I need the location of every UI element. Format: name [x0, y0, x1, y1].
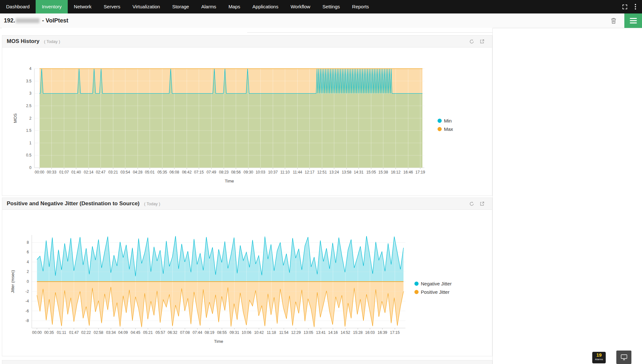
svg-text:03:54: 03:54: [120, 170, 130, 174]
max-legend-dot: [438, 127, 442, 131]
legend-item-min[interactable]: Min: [438, 118, 453, 123]
svg-text:Time: Time: [225, 179, 234, 183]
refresh-icon[interactable]: [469, 201, 474, 206]
svg-text:1.5: 1.5: [26, 128, 31, 133]
svg-text:00:35: 00:35: [44, 330, 54, 335]
nav-item-servers[interactable]: Servers: [98, 0, 126, 13]
svg-text:01:47: 01:47: [69, 330, 79, 335]
top-nav: Dashboard Inventory Network Servers Virt…: [0, 0, 642, 13]
nav-item-reports[interactable]: Reports: [346, 0, 375, 13]
panel-header: MOS History ( Today ): [2, 36, 492, 47]
svg-text:15:05: 15:05: [366, 170, 376, 174]
content-area: MOS History ( Today ) 00.511.522.533.540…: [2, 28, 493, 364]
nav-item-settings[interactable]: Settings: [317, 0, 346, 13]
hamburger-menu-icon[interactable]: [624, 13, 642, 28]
svg-text:12:17: 12:17: [305, 170, 314, 174]
mos-history-chart-body: 00.511.522.533.5400:0000:3301:0701:4002:…: [2, 47, 492, 196]
svg-text:03:34: 03:34: [106, 330, 116, 335]
svg-text:04:45: 04:45: [131, 330, 140, 335]
panel-period: ( Today ): [44, 39, 60, 44]
svg-text:13:58: 13:58: [342, 170, 351, 174]
svg-text:1: 1: [29, 141, 31, 145]
svg-text:4: 4: [27, 260, 29, 264]
refresh-icon[interactable]: [469, 39, 474, 44]
mos-history-chart[interactable]: 00.511.522.533.5400:0000:3301:0701:4002:…: [2, 47, 490, 189]
legend-item-max[interactable]: Max: [438, 126, 453, 132]
svg-text:12:29: 12:29: [291, 330, 301, 335]
nav-item-inventory[interactable]: Inventory: [36, 0, 68, 13]
svg-text:08:56: 08:56: [231, 170, 241, 174]
legend-item-negative-jitter[interactable]: Negative Jitter: [414, 281, 452, 286]
panel-title: Positive and Negative Jitter (Destinatio…: [7, 200, 140, 207]
nav-item-alarms[interactable]: Alarms: [195, 0, 222, 13]
svg-text:05:35: 05:35: [157, 170, 167, 174]
svg-text:05:57: 05:57: [156, 330, 165, 335]
svg-text:06:32: 06:32: [168, 330, 177, 335]
alarm-count: 19: [592, 352, 606, 358]
svg-text:04:28: 04:28: [133, 170, 143, 174]
svg-text:-2: -2: [25, 289, 29, 294]
svg-text:10:06: 10:06: [242, 330, 251, 335]
svg-text:11:54: 11:54: [279, 330, 289, 335]
svg-text:02:47: 02:47: [96, 170, 106, 174]
trash-icon[interactable]: [611, 18, 616, 25]
nav-item-workflow[interactable]: Workflow: [284, 0, 316, 13]
alarms-badge[interactable]: 19 Alarms: [592, 352, 606, 363]
legend-label: Negative Jitter: [421, 281, 452, 286]
svg-text:11:18: 11:18: [267, 330, 276, 335]
svg-text:09:30: 09:30: [244, 170, 253, 174]
nav-item-dashboard[interactable]: Dashboard: [0, 0, 36, 13]
svg-text:4: 4: [29, 66, 31, 71]
svg-text:16:46: 16:46: [403, 170, 413, 174]
popout-icon[interactable]: [480, 201, 484, 206]
svg-text:00:00: 00:00: [35, 170, 44, 174]
jitter-dest-to-source-chart[interactable]: -8-6-4-20246800:0000:3501:1101:4702:2202…: [2, 210, 490, 348]
svg-text:02:14: 02:14: [84, 170, 93, 174]
svg-text:14:16: 14:16: [328, 330, 338, 335]
fullscreen-icon[interactable]: [622, 4, 628, 10]
device-ip-prefix: 192.: [4, 17, 15, 24]
device-title: 192. - VoIPtest: [4, 17, 68, 24]
svg-text:16:12: 16:12: [391, 170, 401, 174]
svg-text:10:03: 10:03: [256, 170, 265, 174]
svg-text:07:15: 07:15: [194, 170, 204, 174]
svg-text:10:37: 10:37: [268, 170, 278, 174]
svg-text:16:39: 16:39: [377, 330, 387, 335]
svg-text:Time: Time: [214, 339, 223, 344]
nav-item-applications[interactable]: Applications: [246, 0, 284, 13]
svg-text:13:05: 13:05: [304, 330, 313, 335]
nav-item-network[interactable]: Network: [68, 0, 98, 13]
nav-item-virtualization[interactable]: Virtualization: [126, 0, 166, 13]
svg-text:07:49: 07:49: [206, 170, 216, 174]
svg-text:06:08: 06:08: [169, 170, 179, 174]
popout-icon[interactable]: [480, 39, 484, 44]
blurred-ip: [16, 18, 39, 23]
kebab-menu-icon[interactable]: [635, 4, 636, 10]
svg-text:14:52: 14:52: [341, 330, 350, 335]
svg-text:6: 6: [27, 250, 29, 254]
svg-text:17:19: 17:19: [415, 170, 425, 174]
legend-item-positive-jitter[interactable]: Positive Jitter: [414, 289, 452, 295]
jitter-legend: Negative Jitter Positive Jitter: [414, 281, 452, 298]
svg-text:2: 2: [29, 116, 31, 121]
svg-text:-6: -6: [25, 309, 29, 313]
svg-text:08:19: 08:19: [205, 330, 214, 335]
svg-text:06:42: 06:42: [182, 170, 192, 174]
positive-jitter-legend-dot: [414, 290, 419, 294]
nav-item-maps[interactable]: Maps: [222, 0, 247, 13]
svg-text:01:40: 01:40: [71, 170, 81, 174]
svg-text:01:07: 01:07: [59, 170, 69, 174]
svg-text:15:38: 15:38: [378, 170, 388, 174]
svg-text:10:42: 10:42: [254, 330, 264, 335]
svg-text:14:31: 14:31: [354, 170, 363, 174]
svg-text:8: 8: [27, 240, 29, 245]
svg-text:2: 2: [27, 269, 29, 274]
svg-text:Jitter (msec): Jitter (msec): [10, 270, 15, 293]
nav-item-storage[interactable]: Storage: [166, 0, 195, 13]
svg-text:07:08: 07:08: [180, 330, 190, 335]
svg-text:03:21: 03:21: [108, 170, 118, 174]
console-icon[interactable]: [616, 351, 631, 364]
svg-text:-4: -4: [25, 299, 29, 303]
panel-jitter-dest-to-source: Positive and Negative Jitter (Destinatio…: [2, 198, 492, 356]
svg-text:11:44: 11:44: [293, 170, 302, 174]
